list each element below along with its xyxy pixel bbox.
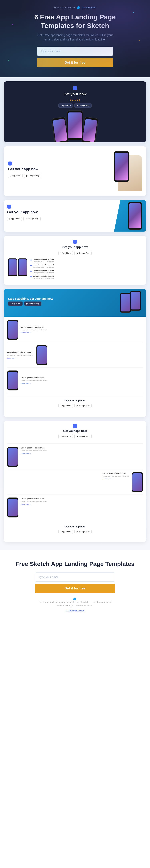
bottom-cta-button[interactable]: Get it for free [35,584,115,593]
template-3-inner: Get your app now  App Store ▶ Google Pl… [4,200,146,232]
template-5-feature-text-2: Lorem ipsum dolor sit amet Lorem ipsum d… [7,351,34,359]
template-4-inner: Get your app now  App Store ▶ Google Pl… [4,236,146,285]
template-5-text: Stop searching, get your app now  App S… [8,297,117,308]
template-6-section-3: Lorem ipsum dolor sit amet Lorem ipsum d… [7,497,143,520]
hand-phone-graphic [110,151,142,191]
template-card-4: Get your app now  App Store ▶ Google Pl… [4,236,146,285]
hero-cta-button[interactable]: Get it for free [37,58,113,67]
template-3-blue-panel [114,200,146,232]
brand-name: Landingfolio [82,6,96,9]
appstore-badge-5f:  App Store [58,404,73,408]
decor-dot-2 [12,24,13,25]
footer-logo [8,597,142,600]
template-4-phones [8,258,28,281]
template-card-6: Get your app now  App Store ▶ Google Pl… [4,421,146,542]
template-5-phone-f1 [7,320,18,340]
template-3-title: Get your app now [7,210,111,214]
template-6-footer: Get your app now  App Store ▶ Google Pl… [7,523,143,539]
appstore-badge-6f:  App Store [58,530,73,534]
template-4-content: Lorem ipsum dolor sit amet Lorem ipsum d… [8,258,142,281]
template-1-stars: ★★★★★ [8,99,142,101]
feature-text-4: Lorem ipsum dolor sit amet Lorem ipsum d… [33,275,54,279]
template-5-feature-row-1: Lorem ipsum dolor sit amet Lorem ipsum d… [7,320,143,342]
template-6-footer-badges:  App Store ▶ Google Play [9,530,141,534]
appstore-badge-5:  App Store [8,302,23,306]
template-6-header-badges:  App Store ▶ Google Play [7,434,143,438]
template-1-phones [8,111,142,143]
decor-dot-4 [8,60,9,61]
template-3-icon [7,205,11,209]
bottom-email-input[interactable] [35,572,115,582]
template-5-feature-text-3: Lorem ipsum dolor sit amet Lorem ipsum d… [21,377,47,384]
template-6-phone-2 [132,472,143,492]
template-2-inner: Get your app now  App Store ▶ Google Pl… [4,146,146,196]
phone-1-left [51,117,69,142]
feature-item-4: Lorem ipsum dolor sit amet Lorem ipsum d… [30,275,142,279]
brand-logo-icon [77,6,81,9]
hero-form: Get it for free [37,46,113,67]
feature-dot-3 [30,271,32,272]
feature-item-1: Lorem ipsum dolor sit amet Lorem ipsum d… [30,258,142,262]
feature-item-2: Lorem ipsum dolor sit amet Lorem ipsum d… [30,264,142,268]
template-5-footer-title: Get your app now [10,399,140,402]
playstore-badge-1: ▶ Google Play [74,103,92,108]
template-1-badges:  App Store ▶ Google Play [8,103,142,108]
template-5-phones [120,293,142,313]
feature-dot-1 [30,259,32,260]
template-5-features: Lorem ipsum dolor sit amet Lorem ipsum d… [4,317,146,417]
template-5-badges:  App Store ▶ Google Play [8,302,117,306]
template-5-feature-text-1: Lorem ipsum dolor sit amet Lorem ipsum d… [21,326,47,334]
template-5-phone-2 [130,291,141,311]
template-6-icon [73,424,77,428]
template-6-text-3: Lorem ipsum dolor sit amet Lorem ipsum d… [21,497,47,518]
hero-section: From the creators of Landingfolio 6 Free… [0,0,150,78]
template-2-badges:  App Store ▶ Google Play [8,174,108,178]
template-5-feature-row-3: Lorem ipsum dolor sit amet Lorem ipsum d… [7,371,143,393]
template-6-section-1: Lorem ipsum dolor sit amet Lorem ipsum d… [7,447,143,469]
template-1-title: Get your now [8,92,142,96]
template-2-icon [8,161,12,165]
bottom-title: Free Sketch App Landing Page Templates [8,560,142,568]
decor-dot-1 [133,12,134,13]
bottom-section: Free Sketch App Landing Page Templates G… [0,550,150,618]
template-6-text-1: Lorem ipsum dolor sit amet Lorem ipsum d… [21,447,47,467]
template-4-features: Lorem ipsum dolor sit amet Lorem ipsum d… [30,258,142,281]
playstore-badge-6f: ▶ Google Play [74,530,92,534]
template-2-phone [110,151,142,191]
template-1-icon [73,86,77,90]
template-4-header: Get your app now  App Store ▶ Google Pl… [8,240,142,255]
template-card-2: Get your app now  App Store ▶ Google Pl… [4,146,146,196]
template-card-5: Stop searching, get your app now  App S… [4,289,146,417]
template-3-phone [128,202,142,230]
appstore-badge-6h:  App Store [58,434,73,438]
footer-brand-link[interactable]: © Landingfolio.com [8,609,142,612]
template-5-phone-1 [120,293,131,313]
template-6-phone-1 [7,447,18,467]
template-4-phone-2 [18,258,27,276]
hero-subtitle: Get 6 free app landing page templates fo… [37,33,113,42]
template-2-title: Get your app now [8,167,108,171]
templates-preview-section: Get your now ★★★★★  App Store ▶ Google … [0,78,150,550]
template-2-content: Get your app now  App Store ▶ Google Pl… [8,161,108,181]
template-6-header: Get your app now  App Store ▶ Google Pl… [7,424,143,444]
template-6-phone-3 [7,497,18,518]
template-5-phone-f3 [7,371,18,391]
appstore-badge-1:  App Store [58,103,73,108]
template-6-section-2: Lorem ipsum dolor sit amet Lorem ipsum d… [7,472,143,495]
template-4-badges:  App Store ▶ Google Play [8,251,142,255]
template-6-text-2: Lorem ipsum dolor sit amet Lorem ipsum d… [103,472,129,492]
template-5-feature-row-2: Lorem ipsum dolor sit amet Lorem ipsum d… [7,345,143,368]
template-4-phone-1 [8,258,17,276]
feature-text-3: Lorem ipsum dolor sit amet Lorem ipsum d… [33,270,54,274]
appstore-badge-2:  App Store [8,174,23,178]
phone-1-center [67,111,83,141]
hero-email-input[interactable] [37,46,113,56]
template-1-inner: Get your now ★★★★★  App Store ▶ Google … [4,81,146,143]
template-5-footer-badges:  App Store ▶ Google Play [10,404,140,408]
hero-title: 6 Free App Landing Page Templates for Sk… [25,13,125,30]
playstore-badge-2: ▶ Google Play [24,174,42,178]
feature-dot-4 [30,276,32,277]
playstore-badge-5f: ▶ Google Play [74,404,92,408]
template-5-footer: Get your app now  App Store ▶ Google Pl… [7,396,143,414]
feature-item-3: Lorem ipsum dolor sit amet Lorem ipsum d… [30,270,142,274]
